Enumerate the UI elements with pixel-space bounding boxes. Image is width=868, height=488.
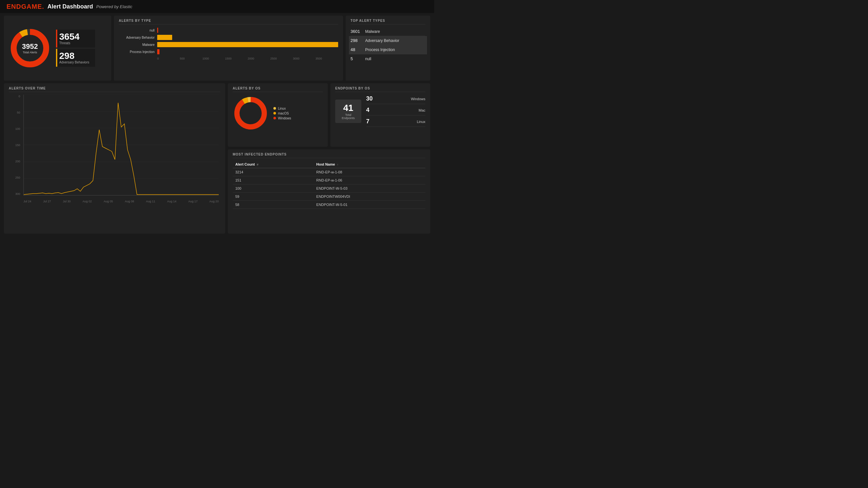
alerts-over-time-panel: ALERTS OVER TIME 300 250 200 150 100 50 … <box>4 83 225 234</box>
svg-point-11 <box>237 100 264 127</box>
table-row: 58 ENDPOINT-W-5-01 <box>233 201 425 209</box>
donut-center: 3952 Total Alerts <box>22 42 38 54</box>
threats-number: 3654 <box>59 32 92 41</box>
alerts-by-type-panel: ALERTS BY TYPE null Adversary Behavior <box>114 15 343 81</box>
chart-x-axis: Jul 24 Jul 27 Jul 30 Aug 02 Aug 05 Aug 0… <box>24 197 219 205</box>
cell-count-4: 59 <box>233 193 314 201</box>
legend-windows: Windows <box>273 117 291 120</box>
endpoint-linux-row: 7 Linux <box>366 118 425 127</box>
col-host-name[interactable]: Host Name ↑ <box>314 161 425 168</box>
os-donut-chart <box>233 95 269 131</box>
legend-macos: macOS <box>273 111 291 115</box>
endpoints-by-os-title: ENDPOINTS BY OS <box>335 87 425 92</box>
cell-count-3: 100 <box>233 185 314 193</box>
bar-fill-malware <box>157 42 338 47</box>
top-alert-num-adversary: 298 <box>350 38 362 43</box>
bar-label-malware: Malware <box>119 43 155 46</box>
macos-dot <box>273 112 276 115</box>
x-label-jul30: Jul 30 <box>63 200 71 203</box>
logo: ENDGAME. <box>6 3 44 10</box>
bar-row-malware: Malware <box>119 42 338 47</box>
windows-dot <box>273 117 276 120</box>
top-alert-name-adversary: Adversary Behavior <box>365 38 399 43</box>
alerts-over-time-title: ALERTS OVER TIME <box>9 87 220 92</box>
legend-linux: Linux <box>273 107 291 110</box>
most-infected-title: MOST INFECTED ENDPOINTS <box>233 153 425 158</box>
bar-row-adversary: Adversary Behavior <box>119 35 338 40</box>
top-alert-num-injection: 48 <box>350 47 362 52</box>
endpoint-windows-num: 30 <box>366 95 373 102</box>
top-alert-types-panel: TOP ALERT TYPES 3601 Malware 298 Adversa… <box>346 15 430 81</box>
endpoint-windows-name: Windows <box>411 97 425 101</box>
cell-count-5: 58 <box>233 201 314 209</box>
endpoint-mac-name: Mac <box>418 108 425 112</box>
adversary-stat: 298 Adversary Behaviors <box>56 49 95 67</box>
alerts-by-os-title: ALERTS BY OS <box>233 87 323 92</box>
x-label-aug08: Aug 08 <box>125 200 134 203</box>
infected-table: Alert Count # Host Name ↑ 3214 RND-EP-w-… <box>233 161 425 209</box>
bar-fill-null <box>157 28 158 33</box>
infected-table-header: Alert Count # Host Name ↑ <box>233 161 425 168</box>
total-alerts-number: 3952 <box>22 42 38 51</box>
y-label-150: 150 <box>9 143 22 147</box>
threats-label: Threats <box>59 41 92 45</box>
macos-label: macOS <box>278 111 289 115</box>
cell-host-5: ENDPOINT-W-5-01 <box>314 201 425 209</box>
os-legend: Linux macOS Windows <box>273 107 291 120</box>
top-alert-row-adversary: 298 Adversary Behavior <box>349 36 427 45</box>
x-label-jul24: Jul 24 <box>24 200 31 203</box>
bar-track-adversary <box>157 35 338 40</box>
os-content: Linux macOS Windows <box>233 95 323 131</box>
windows-label: Windows <box>278 117 291 120</box>
endpoint-mac-row: 4 Mac <box>366 107 425 116</box>
powered-by: Powered by Elastic <box>96 4 132 9</box>
main-content: 3952 Total Alerts 3654 Threats 298 Adver… <box>0 13 434 236</box>
threats-stat: 3654 Threats <box>56 30 95 47</box>
cell-host-2: RND-EP-w-1-06 <box>314 176 425 185</box>
endpoints-by-os-panel: ENDPOINTS BY OS 41 Total Endpoints 30 Wi… <box>330 83 430 147</box>
adversary-number: 298 <box>59 52 92 61</box>
summary-panel: 3952 Total Alerts 3654 Threats 298 Adver… <box>4 15 111 81</box>
endpoint-windows-row: 30 Windows <box>366 95 425 104</box>
top-alert-name-null: null <box>365 57 371 61</box>
top-alert-name-malware: Malware <box>365 29 380 34</box>
bar-fill-process-injection <box>157 49 159 54</box>
x-label-aug05: Aug 05 <box>103 200 113 203</box>
header: ENDGAME. Alert Dashboard Powered by Elas… <box>0 0 434 13</box>
y-label-300: 300 <box>9 192 22 196</box>
cell-host-1: RND-EP-w-1-08 <box>314 168 425 176</box>
most-infected-panel: MOST INFECTED ENDPOINTS Alert Count # Ho… <box>228 149 430 234</box>
bar-row-null: null <box>119 28 338 33</box>
y-label-100: 100 <box>9 127 22 130</box>
chart-y-axis: 300 250 200 150 100 50 0 <box>9 95 22 196</box>
top-row: 3952 Total Alerts 3654 Threats 298 Adver… <box>4 15 430 81</box>
x-label-aug11: Aug 11 <box>146 200 155 203</box>
bar-track-process-injection <box>157 49 338 54</box>
adversary-label: Adversary Behaviors <box>59 61 92 64</box>
bar-label-null: null <box>119 29 155 32</box>
x-label-aug17: Aug 17 <box>188 200 197 203</box>
top-alert-num-null: 5 <box>350 56 362 61</box>
top-right-row: ALERTS BY OS <box>228 83 430 147</box>
col-alert-count[interactable]: Alert Count # <box>233 161 314 168</box>
endpoint-mac-num: 4 <box>366 107 369 113</box>
chart-plot <box>24 95 219 196</box>
table-row: 59 ENDPOINTW004VDI <box>233 193 425 201</box>
bottom-row: ALERTS OVER TIME 300 250 200 150 100 50 … <box>4 83 430 234</box>
y-label-250: 250 <box>9 176 22 179</box>
x-label-aug14: Aug 14 <box>167 200 177 203</box>
bar-label-process-injection: Process Injection <box>119 50 155 54</box>
bar-fill-adversary <box>157 35 172 40</box>
x-label-jul27: Jul 27 <box>43 200 51 203</box>
bar-row-process-injection: Process Injection <box>119 49 338 54</box>
top-alert-num-malware: 3601 <box>350 29 362 34</box>
x-label-aug02: Aug 02 <box>82 200 92 203</box>
alerts-by-type-title: ALERTS BY TYPE <box>119 19 338 24</box>
cell-count-2: 151 <box>233 176 314 185</box>
x-label-aug20: Aug 20 <box>209 200 219 203</box>
cell-host-3: ENDPOINT-W-5-03 <box>314 185 425 193</box>
y-label-0: 0 <box>9 95 22 98</box>
top-alert-row-injection: 48 Process Injection <box>349 45 427 54</box>
endpoints-content: 41 Total Endpoints 30 Windows 4 Mac <box>335 95 425 127</box>
total-alerts-label: Total Alerts <box>22 51 38 54</box>
